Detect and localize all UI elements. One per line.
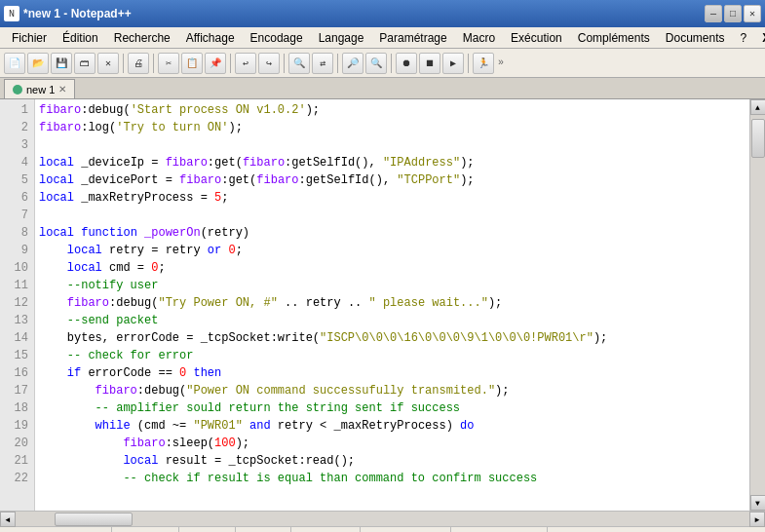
code-line-4: local _deviceIp = fibaro:get(fibaro:getS…: [39, 154, 746, 171]
menu-affichage[interactable]: Affichage: [178, 29, 243, 47]
status-lines: lines : 67: [112, 527, 179, 532]
line-num-5: 5: [0, 171, 34, 189]
menu-macro[interactable]: Macro: [455, 29, 503, 47]
scroll-thumb[interactable]: [751, 119, 765, 158]
open-button[interactable]: 📂: [27, 53, 49, 74]
save-button[interactable]: 💾: [51, 53, 72, 74]
code-line-20: fibaro:sleep(100);: [39, 435, 746, 452]
code-editor[interactable]: fibaro:debug('Start process ON v1.0.2');…: [35, 99, 749, 511]
code-line-3: [39, 136, 746, 154]
line-num-4: 4: [0, 154, 34, 171]
scroll-right-button[interactable]: ►: [749, 512, 765, 527]
toolbar: 📄 📂 💾 🗃 ✕ 🖨 ✂ 📋 📌 ↩ ↪ 🔍 ⇄ 🔎 🔍 ⏺ ⏹ ▶ 🏃 »: [0, 49, 765, 78]
menu-fichier[interactable]: Fichier: [4, 29, 55, 47]
save-all-button[interactable]: 🗃: [74, 53, 96, 74]
line-num-15: 15: [0, 347, 34, 364]
window-controls: — □ ✕: [705, 5, 761, 22]
scroll-down-button[interactable]: ▼: [750, 495, 766, 511]
undo-button[interactable]: ↩: [235, 53, 256, 74]
close-button2[interactable]: ✕: [97, 53, 119, 74]
code-line-19: while (cmd ~= "PWR01" and retry < _maxRe…: [39, 417, 746, 435]
scroll-track[interactable]: [750, 115, 765, 495]
line-num-20: 20: [0, 435, 34, 452]
toolbar-sep-7: [468, 54, 469, 73]
line-num-12: 12: [0, 294, 34, 312]
hscroll-track[interactable]: [16, 512, 749, 526]
menu-recherche[interactable]: Recherche: [106, 29, 178, 47]
code-line-7: [39, 207, 746, 224]
line-num-2: 2: [0, 119, 34, 136]
code-line-8: local function _powerOn(retry): [39, 224, 746, 242]
code-line-12: fibaro:debug("Try Power ON, #" .. retry …: [39, 294, 746, 312]
status-sel: Sel : 0 | 0: [291, 527, 361, 532]
line-num-8: 8: [0, 224, 34, 242]
paste-button[interactable]: 📌: [205, 53, 226, 74]
cut-button[interactable]: ✂: [158, 53, 179, 74]
line-num-9: 9: [0, 242, 34, 259]
scroll-left-button[interactable]: ◄: [0, 512, 16, 527]
code-line-16: if errorCode == 0 then: [39, 364, 746, 382]
toolbar-sep-3: [230, 54, 231, 73]
window-title: *new 1 - Notepad++: [23, 7, 132, 20]
code-line-17: fibaro:debug("Power ON command successuf…: [39, 382, 746, 399]
code-line-18: -- amplifier sould return the string sen…: [39, 399, 746, 417]
menu-langage[interactable]: Langage: [311, 29, 372, 47]
menu-edition[interactable]: Édition: [55, 29, 106, 47]
macro-play-button[interactable]: ▶: [442, 53, 464, 74]
find-button[interactable]: 🔍: [288, 53, 310, 74]
print-button[interactable]: 🖨: [128, 53, 149, 74]
menu-documents[interactable]: Documents: [658, 29, 733, 47]
code-container: 1 2 3 4 5 6 7 8 9 10 11 12 13 14 15 16 1…: [0, 99, 765, 511]
zoom-out-button[interactable]: 🔍: [365, 53, 387, 74]
menu-complements[interactable]: Compléments: [570, 29, 658, 47]
status-line-ending: Dos\Windows: [361, 527, 450, 532]
code-line-22: -- check if result is equal than command…: [39, 470, 746, 487]
line-num-3: 3: [0, 136, 34, 154]
status-bar: Norm length : 1917 lines : 67 Ln : 67 Co…: [0, 526, 765, 532]
code-line-21: local result = _tcpSocket:read();: [39, 452, 746, 470]
line-numbers: 1 2 3 4 5 6 7 8 9 10 11 12 13 14 15 16 1…: [0, 99, 35, 511]
line-num-7: 7: [0, 207, 34, 224]
status-ln: Ln : 67: [179, 527, 237, 532]
line-num-21: 21: [0, 452, 34, 470]
zoom-in-button[interactable]: 🔎: [342, 53, 363, 74]
macro-stop-button[interactable]: ⏹: [419, 53, 440, 74]
status-encoding: ANSI as UTF-8: [451, 527, 549, 532]
tab-new1[interactable]: new 1 ✕: [4, 79, 75, 98]
tab-close-button[interactable]: ✕: [58, 84, 66, 95]
menu-execution[interactable]: Exécution: [503, 29, 570, 47]
toolbar-sep-2: [153, 54, 154, 73]
maximize-button[interactable]: □: [724, 5, 742, 22]
menu-close[interactable]: X: [754, 29, 765, 47]
new-button[interactable]: 📄: [4, 53, 25, 74]
hscroll-thumb[interactable]: [55, 513, 133, 526]
title-bar-left: N *new 1 - Notepad++: [4, 6, 132, 21]
code-line-14: bytes, errorCode = _tcpSocket:write("ISC…: [39, 329, 746, 347]
menu-help[interactable]: ?: [733, 29, 755, 47]
menu-encodage[interactable]: Encodage: [243, 29, 311, 47]
minimize-button[interactable]: —: [705, 5, 722, 22]
code-line-15: -- check for error: [39, 347, 746, 364]
code-line-2: fibaro:log('Try to turn ON');: [39, 119, 746, 136]
menu-parametrage[interactable]: Paramétrage: [371, 29, 454, 47]
scroll-up-button[interactable]: ▲: [750, 99, 766, 115]
line-num-17: 17: [0, 382, 34, 399]
code-line-10: local cmd = 0;: [39, 259, 746, 277]
code-line-5: local _devicePort = fibaro:get(fibaro:ge…: [39, 171, 746, 189]
vertical-scrollbar[interactable]: ▲ ▼: [749, 99, 765, 511]
replace-button[interactable]: ⇄: [312, 53, 333, 74]
close-button[interactable]: ✕: [744, 5, 761, 22]
toolbar-sep-4: [284, 54, 285, 73]
horizontal-scrollbar-area: ◄ ►: [0, 511, 765, 526]
line-num-1: 1: [0, 101, 34, 119]
status-norm-length: Norm length : 1917: [8, 527, 112, 532]
copy-button[interactable]: 📋: [181, 53, 203, 74]
code-line-1: fibaro:debug('Start process ON v1.0.2');: [39, 101, 746, 119]
macro-rec-button[interactable]: ⏺: [396, 53, 417, 74]
toolbar-sep-5: [337, 54, 338, 73]
redo-button[interactable]: ↪: [258, 53, 280, 74]
line-num-13: 13: [0, 312, 34, 329]
run-button[interactable]: 🏃: [473, 53, 494, 74]
code-line-13: --send packet: [39, 312, 746, 329]
app-icon: N: [4, 6, 19, 21]
